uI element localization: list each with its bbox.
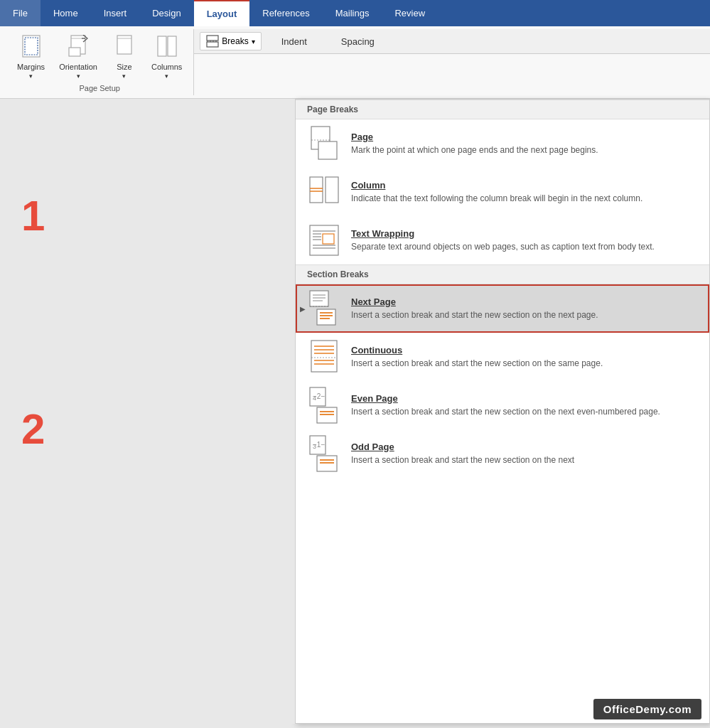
continuous-title: Continuous	[351, 345, 698, 355]
page-setup-label: Page Setup	[11, 82, 188, 95]
chevron-icon: ▶	[300, 305, 306, 313]
page-setup-buttons: Margins▾ Orientation▾ Size▾ Columns▾	[11, 29, 188, 82]
svg-rect-17	[326, 177, 338, 203]
page-setup-group: Margins▾ Orientation▾ Size▾ Columns▾ Pag…	[6, 29, 194, 95]
ribbon-tab-mailings[interactable]: Mailings	[323, 0, 382, 26]
svg-rect-11	[207, 42, 218, 47]
step-1-label: 1	[21, 191, 45, 240]
page-desc: Mark the point at which one page ends an…	[351, 144, 698, 156]
breaks-button[interactable]: Breaks ▾	[200, 32, 261, 50]
indent-label: Indent	[267, 36, 321, 47]
ribbon-tab-bar: FileHomeInsertDesignLayoutReferencesMail…	[0, 0, 710, 26]
svg-rect-28	[310, 291, 328, 306]
menu-item-column[interactable]: Column Indicate that the text following …	[296, 168, 709, 216]
odd-page-title: Odd Page	[351, 441, 698, 452]
margins-label: Margins▾	[17, 63, 45, 80]
ribbon-tab-review[interactable]: Review	[382, 0, 438, 26]
ribbon-btn-margins[interactable]: Margins▾	[11, 32, 50, 82]
continuous-desc: Insert a section break and start the new…	[351, 358, 698, 370]
svg-rect-9	[207, 36, 218, 41]
svg-rect-8	[168, 36, 176, 56]
breaks-label: Breaks	[222, 36, 248, 46]
main-area: 1 2 Page Breaks Page Mark the point at w…	[0, 99, 710, 724]
page-icon	[307, 125, 341, 162]
even-page-icon: −2− 4	[307, 387, 341, 424]
column-title: Column	[351, 180, 698, 191]
ribbon-tab-references[interactable]: References	[249, 0, 322, 26]
svg-text:4: 4	[313, 395, 316, 402]
page-title: Page	[351, 132, 698, 142]
even-page-title: Even Page	[351, 393, 698, 404]
menu-item-odd-page[interactable]: −1− 3 Odd Page Insert a section break an…	[296, 429, 709, 478]
menu-item-continuous[interactable]: Continuous Insert a section break and st…	[296, 333, 709, 381]
breaks-dropdown-menu: Page Breaks Page Mark the point at which…	[295, 99, 710, 724]
columns-icon	[156, 35, 178, 61]
even-page-desc: Insert a section break and start the new…	[351, 406, 698, 418]
text-wrapping-title: Text Wrapping	[351, 228, 698, 239]
ribbon: FileHomeInsertDesignLayoutReferencesMail…	[0, 0, 710, 26]
svg-rect-22	[323, 234, 334, 244]
page-breaks-header: Page Breaks	[296, 100, 709, 119]
orientation-icon	[68, 35, 89, 61]
margins-icon	[21, 35, 42, 61]
continuous-icon	[307, 338, 341, 375]
ribbon-btn-orientation[interactable]: Orientation▾	[53, 32, 103, 82]
svg-rect-15	[318, 141, 337, 159]
breaks-icon	[206, 35, 219, 48]
odd-page-desc: Insert a section break and start the new…	[351, 454, 698, 466]
menu-item-even-page[interactable]: −2− 4 Even Page Insert a section break a…	[296, 381, 709, 429]
column-desc: Indicate that the text following the col…	[351, 193, 698, 205]
ribbon-tab-layout[interactable]: Layout	[194, 0, 250, 26]
svg-rect-7	[158, 36, 166, 56]
size-icon	[114, 35, 134, 61]
svg-text:3: 3	[313, 443, 316, 450]
ribbon-btn-size[interactable]: Size▾	[106, 32, 143, 82]
text-wrapping-icon	[307, 222, 341, 259]
ribbon-tab-insert[interactable]: Insert	[91, 0, 140, 26]
odd-page-icon: −1− 3	[307, 435, 341, 472]
columns-label: Columns▾	[151, 63, 182, 80]
svg-rect-4	[69, 48, 80, 56]
menu-item-next-page[interactable]: ▶ Next Page Insert a section break and s…	[296, 284, 709, 333]
column-icon	[307, 173, 341, 210]
orientation-label: Orientation▾	[59, 63, 97, 80]
section-breaks-header: Section Breaks	[296, 264, 709, 284]
document-area: 1 2	[0, 99, 295, 724]
step-2-label: 2	[21, 405, 45, 454]
svg-rect-52	[317, 456, 337, 471]
svg-rect-33	[317, 309, 335, 325]
ribbon-tab-design[interactable]: Design	[139, 0, 193, 26]
ribbon-tab-home[interactable]: Home	[41, 0, 91, 26]
menu-item-page[interactable]: Page Mark the point at which one page en…	[296, 119, 709, 168]
spacing-label: Spacing	[327, 36, 389, 47]
ribbon-body: Margins▾ Orientation▾ Size▾ Columns▾ Pag…	[0, 26, 710, 99]
next-page-icon	[307, 290, 341, 327]
next-page-desc: Insert a section break and start the new…	[351, 309, 698, 321]
svg-rect-46	[317, 407, 337, 423]
watermark: OfficeDemy.com	[593, 699, 701, 719]
breaks-toolbar: Breaks ▾ Indent Spacing	[194, 29, 710, 54]
svg-rect-16	[310, 177, 323, 203]
text-wrapping-desc: Separate text around objects on web page…	[351, 241, 698, 253]
ribbon-tab-file[interactable]: File	[0, 0, 41, 26]
breaks-chevron-icon: ▾	[252, 38, 255, 46]
size-label: Size▾	[117, 63, 131, 80]
ribbon-btn-columns[interactable]: Columns▾	[146, 32, 188, 82]
menu-item-text-wrapping[interactable]: Text Wrapping Separate text around objec…	[296, 216, 709, 264]
next-page-title: Next Page	[351, 296, 698, 307]
svg-rect-37	[311, 341, 337, 372]
